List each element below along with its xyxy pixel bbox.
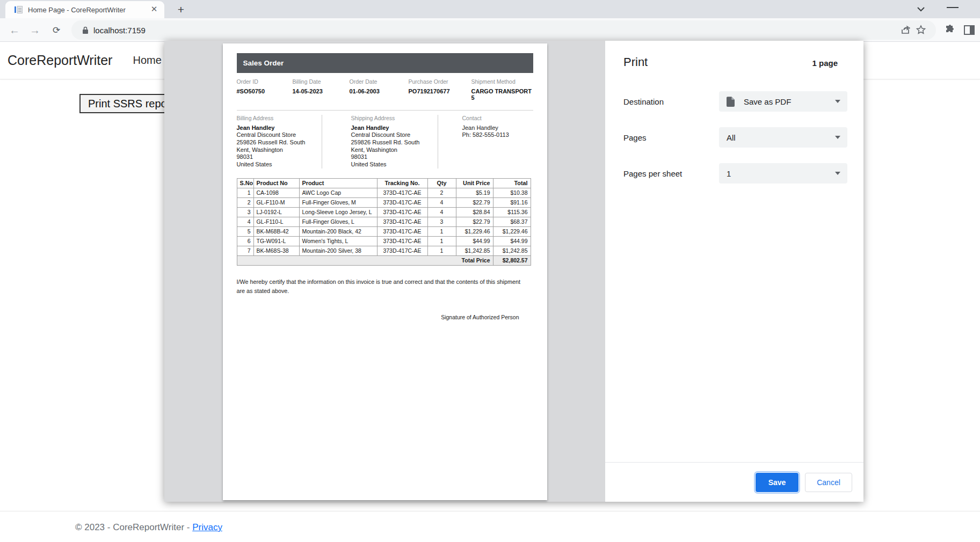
new-tab-button[interactable]: + xyxy=(174,3,188,17)
table-cell: $1,229.46 xyxy=(456,226,493,236)
table-cell: 373D-417C-AE xyxy=(377,217,427,226)
column-header: Qty xyxy=(427,178,456,188)
table-cell: Full-Finger Gloves, L xyxy=(299,217,377,226)
page-count: 1 page xyxy=(812,58,838,68)
pages-label: Pages xyxy=(623,133,719,142)
cancel-button[interactable]: Cancel xyxy=(805,473,852,492)
invoice-title-bar: Sales Order xyxy=(237,53,533,73)
window-minimize-button[interactable] xyxy=(947,7,959,9)
table-cell: $10.38 xyxy=(493,188,531,197)
shipping-address: Shipping Address Jean Handley Central Di… xyxy=(322,115,438,169)
table-cell: 1 xyxy=(427,246,456,255)
table-cell: Long-Sleeve Logo Jersey, L xyxy=(299,207,377,217)
column-header: Product No xyxy=(253,178,299,188)
table-cell: $68.37 xyxy=(493,217,531,226)
table-cell: $1,242.85 xyxy=(493,246,531,255)
back-button[interactable]: ← xyxy=(6,18,23,42)
url-text: localhost:7159 xyxy=(93,26,898,35)
destination-select[interactable]: Save as PDF xyxy=(719,91,847,112)
bookmark-star-icon[interactable] xyxy=(913,23,928,38)
table-cell: 6 xyxy=(237,236,253,246)
table-cell: $5.19 xyxy=(456,188,493,197)
chevron-down-icon xyxy=(835,136,840,139)
table-cell: 373D-417C-AE xyxy=(377,207,427,217)
print-settings-panel: Print 1 page Destination Save as PDF Pag… xyxy=(605,41,863,502)
meta-value: CARGO TRANSPORT 5 xyxy=(471,88,533,101)
destination-value: Save as PDF xyxy=(744,97,791,106)
table-cell: 2 xyxy=(237,197,253,207)
table-row: 4GL-F110-LFull-Finger Gloves, L373D-417C… xyxy=(237,217,531,226)
browser-tab[interactable]: Home Page - CoreReportWriter ✕ xyxy=(5,1,164,18)
table-cell: GL-F110-L xyxy=(253,217,299,226)
destination-label: Destination xyxy=(623,97,719,106)
pages-per-sheet-row: Pages per sheet 1 xyxy=(623,163,847,184)
dialog-footer: Save Cancel xyxy=(605,462,863,502)
table-cell: $1,242.85 xyxy=(456,246,493,255)
chevron-down-icon xyxy=(835,100,840,103)
signature-label: Signature of Authorized Person xyxy=(237,314,519,320)
tab-close-icon[interactable]: ✕ xyxy=(149,5,159,14)
site-brand[interactable]: CoreReportWriter xyxy=(8,53,112,68)
browser-toolbar: ← → ⟳ localhost:7159 xyxy=(0,18,980,42)
footer-copyright: © 2023 - CoreReportWriter - xyxy=(75,522,190,532)
pages-select[interactable]: All xyxy=(719,127,847,148)
pages-per-sheet-select[interactable]: 1 xyxy=(719,163,847,184)
pages-per-sheet-label: Pages per sheet xyxy=(623,169,719,178)
side-panel-icon[interactable] xyxy=(962,23,977,38)
tab-search-chevron-icon[interactable] xyxy=(914,4,927,14)
table-cell: 373D-417C-AE xyxy=(377,246,427,255)
table-cell: BK-M68B-42 xyxy=(253,226,299,236)
invoice-address-row: Billing Address Jean Handley Central Dis… xyxy=(237,115,533,169)
table-row: 7BK-M68S-38Mountain-200 Silver, 38373D-4… xyxy=(237,246,531,255)
meta-label: Order Date xyxy=(350,78,409,85)
table-cell: $1,229.46 xyxy=(493,226,531,236)
print-dialog: Sales Order Order ID#SO50750 Billing Dat… xyxy=(164,41,863,502)
table-cell: GL-F110-M xyxy=(253,197,299,207)
table-cell: 1 xyxy=(237,188,253,197)
column-header: Tracking No. xyxy=(377,178,427,188)
extensions-icon[interactable] xyxy=(942,23,957,38)
table-row: 3LJ-0192-LLong-Sleeve Logo Jersey, L373D… xyxy=(237,207,531,217)
meta-value: 01-06-2003 xyxy=(350,88,409,94)
table-cell: AWC Logo Cap xyxy=(299,188,377,197)
privacy-link[interactable]: Privacy xyxy=(192,522,222,532)
table-cell: 1 xyxy=(427,226,456,236)
print-preview-page: Sales Order Order ID#SO50750 Billing Dat… xyxy=(223,43,547,500)
destination-row: Destination Save as PDF xyxy=(623,91,847,112)
share-icon[interactable] xyxy=(898,23,913,38)
table-cell: 4 xyxy=(427,197,456,207)
table-cell: $28.84 xyxy=(456,207,493,217)
save-button[interactable]: Save xyxy=(756,473,798,492)
total-price-label: Total Price xyxy=(237,255,493,265)
invoice-meta-row: Order ID#SO50750 Billing Date14-05-2023 … xyxy=(237,78,533,101)
table-cell: Mountain-200 Silver, 38 xyxy=(299,246,377,255)
invoice-total-row: Total Price $2,802.57 xyxy=(237,255,531,265)
table-cell: 3 xyxy=(427,217,456,226)
table-row: 6TG-W091-LWomen's Tights, L373D-417C-AE1… xyxy=(237,236,531,246)
forward-button[interactable]: → xyxy=(27,18,43,42)
reload-button[interactable]: ⟳ xyxy=(48,18,64,42)
meta-value: #SO50750 xyxy=(237,88,293,94)
print-preview-area: Sales Order Order ID#SO50750 Billing Dat… xyxy=(164,41,605,502)
total-price-value: $2,802.57 xyxy=(493,255,531,265)
table-cell: $22.79 xyxy=(456,217,493,226)
address-bar[interactable]: localhost:7159 xyxy=(71,20,936,40)
tab-favicon-icon xyxy=(14,5,23,14)
nav-item-home[interactable]: Home xyxy=(133,54,161,67)
table-row: 2GL-F110-MFull-Finger Gloves, M373D-417C… xyxy=(237,197,531,207)
meta-value: 14-05-2023 xyxy=(293,88,350,94)
table-row: 5BK-M68B-42Mountain-200 Black, 42373D-41… xyxy=(237,226,531,236)
table-cell: 373D-417C-AE xyxy=(377,197,427,207)
invoice-line-items-table: S.NoProduct NoProductTracking No.QtyUnit… xyxy=(237,178,531,266)
pdf-file-icon xyxy=(727,97,735,107)
meta-label: Billing Date xyxy=(293,78,350,85)
table-cell: 1 xyxy=(427,236,456,246)
invoice-table-head-row: S.NoProduct NoProductTracking No.QtyUnit… xyxy=(237,178,531,188)
table-cell: 4 xyxy=(237,217,253,226)
table-cell: $115.36 xyxy=(493,207,531,217)
table-cell: Women's Tights, L xyxy=(299,236,377,246)
table-cell: TG-W091-L xyxy=(253,236,299,246)
table-cell: Full-Finger Gloves, M xyxy=(299,197,377,207)
table-cell: $44.99 xyxy=(493,236,531,246)
invoice-table-body: 1CA-1098AWC Logo Cap373D-417C-AE2$5.19$1… xyxy=(237,188,531,255)
